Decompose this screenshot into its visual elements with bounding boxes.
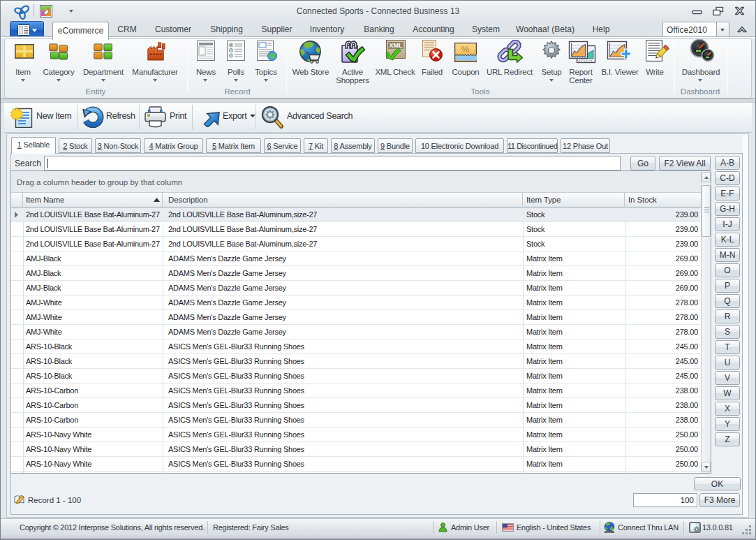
svg-text:XML: XML — [390, 42, 403, 49]
svg-text:%: % — [461, 44, 470, 54]
